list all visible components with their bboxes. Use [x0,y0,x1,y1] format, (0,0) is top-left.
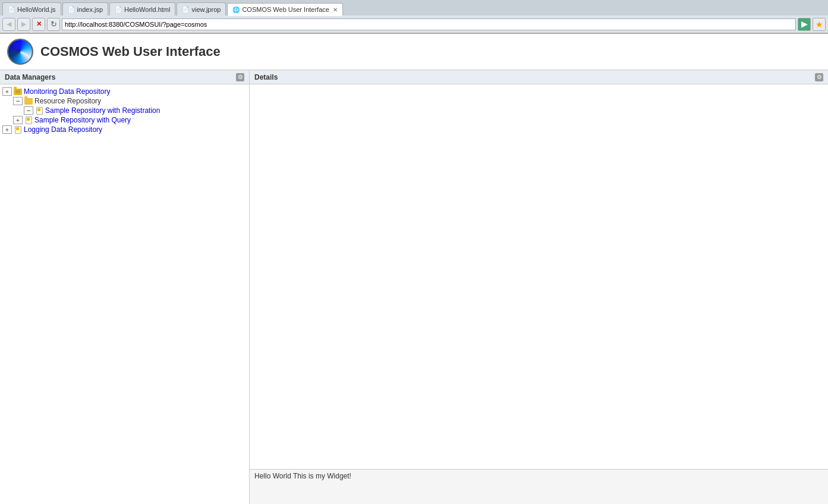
tab-label: HelloWorld.js [17,6,56,13]
tree-expander-logging[interactable]: + [2,125,12,134]
right-panel: Details ⚙ Hello World This is my Widget! [250,70,828,504]
tab-cosmos-ui[interactable]: 🌐 COSMOS Web User Interface ✕ [227,3,343,16]
tree-item-sample-query[interactable]: + Sample Repository with Query [0,115,249,125]
tree-expander-sample-reg[interactable]: − [24,106,33,115]
app-title: COSMOS Web User Interface [40,44,221,59]
left-panel-title: Data Managers [5,73,55,81]
main-window: COSMOS Web User Interface Data Managers … [0,34,828,504]
tree-container: + Monitoring Data Repository − Resource … [0,84,249,504]
left-panel: Data Managers ⚙ + Monitoring Data Reposi… [0,70,250,504]
forward-button[interactable]: ▶ [17,18,30,31]
go-button[interactable]: ▶ [798,18,811,31]
right-panel-title: Details [254,73,278,81]
bottom-bar-text: Hello World This is my Widget! [254,472,351,480]
tab-icon-jsp: 📄 [68,6,75,12]
tab-index-jsp[interactable]: 📄 index.jsp [62,2,108,15]
back-button[interactable]: ◀ [2,18,15,31]
tree-item-resource: − Resource Repository [0,96,249,106]
tree-item-logging[interactable]: + Logging Data Repository [0,125,249,134]
tree-label-resource: Resource Repository [34,97,101,105]
cosmos-logo [7,39,33,65]
tree-item-sample-reg[interactable]: − Sample Repository with Registration [0,106,249,115]
tab-label: COSMOS Web User Interface [242,6,329,13]
tab-icon-js: 📄 [8,6,15,12]
tab-helloworld-html[interactable]: 📄 HelloWorld.html [109,2,175,15]
tree-expander-monitoring[interactable]: + [2,87,12,96]
stop-button[interactable]: ✕ [32,18,45,31]
tree-expander-sample-query[interactable]: + [13,116,23,124]
app-header: COSMOS Web User Interface [0,34,828,70]
tree-label-monitoring[interactable]: Monitoring Data Repository [24,87,110,96]
tab-helloworld-js[interactable]: 📄 HelloWorld.js [2,2,61,15]
tree-label-logging[interactable]: Logging Data Repository [24,125,102,134]
tab-icon-cosmos: 🌐 [232,7,240,13]
tree-expander-resource[interactable]: − [13,97,23,105]
refresh-button[interactable]: ↻ [47,18,60,31]
tree-icon-sample-query [24,116,33,124]
right-panel-content [250,84,828,469]
left-panel-header: Data Managers ⚙ [0,70,249,84]
right-panel-header: Details ⚙ [250,70,828,84]
tab-close-button[interactable]: ✕ [333,7,338,13]
bottom-bar: Hello World This is my Widget! [250,469,828,504]
address-input[interactable] [62,18,796,30]
left-panel-settings-icon[interactable]: ⚙ [236,73,244,81]
right-panel-settings-icon[interactable]: ⚙ [815,73,823,81]
content-area: Data Managers ⚙ + Monitoring Data Reposi… [0,70,828,504]
tab-bar: 📄 HelloWorld.js 📄 index.jsp 📄 HelloWorld… [0,0,828,15]
tree-icon-logging [13,125,23,134]
tab-view-jprop[interactable]: 📄 view.jprop [177,2,226,15]
tab-icon-html: 📄 [115,6,122,12]
tree-icon-resource [24,97,33,105]
tree-label-sample-reg[interactable]: Sample Repository with Registration [45,106,160,115]
tree-icon-sample-reg [34,106,44,115]
tree-label-sample-query[interactable]: Sample Repository with Query [34,116,131,124]
tree-item-monitoring[interactable]: + Monitoring Data Repository [0,87,249,96]
tab-label: HelloWorld.html [124,6,170,13]
tab-label: index.jsp [77,6,103,13]
address-bar: ◀ ▶ ✕ ↻ ▶ ★ [0,15,828,33]
tree-icon-monitoring [13,87,23,96]
tab-label: view.jprop [191,6,221,13]
browser-chrome: 📄 HelloWorld.js 📄 index.jsp 📄 HelloWorld… [0,0,828,34]
bookmark-button[interactable]: ★ [813,18,826,31]
tab-icon-prop: 📄 [182,6,189,12]
